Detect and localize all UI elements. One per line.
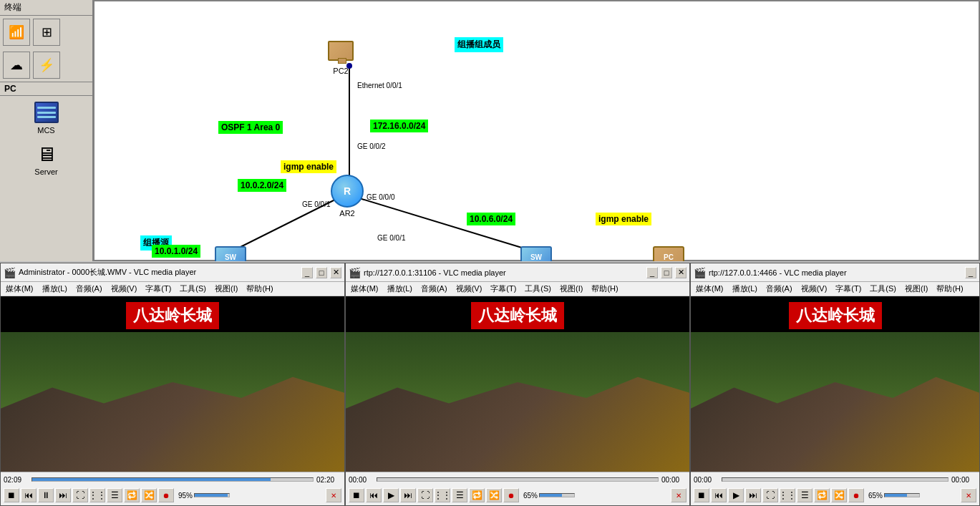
vlc2-next-btn[interactable]: ⏭	[400, 488, 416, 502]
server-device[interactable]: 🖥 Server	[0, 137, 92, 179]
vlc2-close-btn[interactable]: ✕	[675, 267, 687, 278]
vlc3-progress-bar[interactable]	[722, 477, 949, 482]
vlc1-minimize-btn[interactable]: _	[301, 267, 313, 278]
vlc1-menu-view[interactable]: 视图(I)	[213, 283, 240, 294]
vlc3-loop-btn[interactable]: 🔁	[814, 488, 830, 502]
vlc2-menu-sub[interactable]: 字幕(T)	[488, 283, 518, 294]
vlc1-close-btn[interactable]: ✕	[330, 267, 341, 278]
vlc3-stop-btn[interactable]: ⏹	[694, 488, 709, 502]
vlc1-close-ctrl-btn[interactable]: ✕	[326, 488, 341, 502]
vlc2-title-overlay: 八达岭长城	[471, 302, 564, 329]
far-right-node[interactable]: PC	[653, 246, 684, 261]
vlc1-menu-media[interactable]: 媒体(M)	[4, 283, 36, 294]
vlc3-next-btn[interactable]: ⏭	[745, 488, 761, 502]
vlc1-video: 八达岭长城	[1, 296, 344, 472]
vlc3-fullscreen-btn[interactable]: ⛶	[762, 488, 778, 502]
vlc2-rec-btn[interactable]: ⏺	[503, 488, 519, 502]
cloud-icon[interactable]: ☁	[3, 52, 30, 79]
port-ge001-r: GE 0/0/1	[377, 234, 405, 242]
vlc1-loop-btn[interactable]: 🔁	[124, 488, 140, 502]
left-panel: 终端 📶 ⊞ ☁ ⚡ PC MCS 🖥	[0, 0, 93, 261]
vlc2-menu-help[interactable]: 帮助(H)	[589, 283, 620, 294]
vlc3-menu-audio[interactable]: 音频(A)	[764, 283, 795, 294]
vlc1-progress-bar[interactable]	[31, 477, 314, 482]
vlc1-volume-bar[interactable]	[194, 493, 230, 497]
vlc1-rec-btn[interactable]: ⏺	[158, 488, 174, 502]
left-panel-title: 终端	[0, 0, 92, 16]
vlc2-prev-btn[interactable]: ⏮	[366, 488, 382, 502]
vlc3-prev-btn[interactable]: ⏮	[711, 488, 727, 502]
vlc2-playlist-btn[interactable]: ☰	[452, 488, 467, 502]
ar2-node[interactable]: R AR2	[331, 175, 364, 218]
vlc3-menu-sub[interactable]: 字幕(T)	[833, 283, 863, 294]
mcs-device[interactable]: MCS	[0, 96, 92, 137]
vlc3-menubar: 媒体(M) 播放(L) 音频(A) 视频(V) 字幕(T) 工具(S) 视图(I…	[691, 282, 979, 296]
vlc1-app-icon: 🎬	[4, 267, 16, 278]
vlc3-menu-media[interactable]: 媒体(M)	[694, 283, 726, 294]
switch-right-node[interactable]: SW	[520, 246, 552, 261]
vlc1-playlist-btn[interactable]: ☰	[107, 488, 122, 502]
vlc3-shuffle-btn[interactable]: 🔀	[831, 488, 847, 502]
vlc2-menu-tools[interactable]: 工具(S)	[523, 283, 553, 294]
vlc1-pause-btn[interactable]: ⏸	[38, 488, 54, 502]
vlc2-play-btn[interactable]: ▶	[383, 488, 399, 502]
vlc1-next-btn[interactable]: ⏭	[55, 488, 71, 502]
mcs-label: MCS	[37, 126, 54, 135]
vlc1-volume-fill	[195, 494, 228, 497]
vlc1-menu-help[interactable]: 帮助(H)	[244, 283, 275, 294]
vlc3-volume-bar[interactable]	[884, 493, 920, 497]
vlc2-menu-view[interactable]: 视图(I)	[558, 283, 585, 294]
vlc2-menu-media[interactable]: 媒体(M)	[349, 283, 381, 294]
vlc1-menu-tools[interactable]: 工具(S)	[178, 283, 208, 294]
vlc1-extended-btn[interactable]: ⋮⋮	[89, 488, 105, 502]
switch-left-icon: SW	[215, 246, 246, 261]
middle-icon-row: ☁ ⚡	[0, 49, 92, 82]
vlc2-menu-video[interactable]: 视频(V)	[454, 283, 485, 294]
vlc2-loop-btn[interactable]: 🔁	[469, 488, 485, 502]
vlc3-menu-help[interactable]: 帮助(H)	[934, 283, 965, 294]
switch-left-node[interactable]: SW	[215, 246, 246, 261]
vlc2-fullscreen-btn[interactable]: ⛶	[417, 488, 433, 502]
vlc1-controls: 02:09 02:20 ⏹ ⏮ ⏸ ⏭ ⛶ ⋮⋮ ☰ 🔁 🔀 ⏺ 95% ✕	[1, 472, 344, 505]
vlc1-stop-btn[interactable]: ⏹	[4, 488, 19, 502]
vlc1-title: Administrator - 0000长城.WMV - VLC media p…	[19, 267, 299, 278]
port-ge002: GE 0/0/2	[357, 142, 385, 150]
vlc3-menu-play[interactable]: 播放(L)	[730, 283, 760, 294]
vlc2-menu-play[interactable]: 播放(L)	[385, 283, 414, 294]
vlc2-stop-btn[interactable]: ⏹	[349, 488, 364, 502]
vlc3-playlist-btn[interactable]: ☰	[797, 488, 812, 502]
vlc1-menu-play[interactable]: 播放(L)	[40, 283, 69, 294]
vlc1-menu-sub[interactable]: 字幕(T)	[143, 283, 173, 294]
vlc3-menu-video[interactable]: 视频(V)	[799, 283, 830, 294]
wifi-icon[interactable]: 📶	[3, 19, 30, 46]
top-icon-row: 📶 ⊞	[0, 16, 92, 49]
grid-icon[interactable]: ⊞	[33, 19, 60, 46]
vlc1-menu-audio[interactable]: 音频(A)	[74, 283, 105, 294]
server-label: Server	[34, 167, 57, 176]
pc2-node[interactable]: PC2	[328, 41, 354, 75]
vlc2-close-ctrl-btn[interactable]: ✕	[671, 488, 687, 502]
vlc2-menu-audio[interactable]: 音频(A)	[419, 283, 450, 294]
vlc1-time-current: 02:09	[4, 476, 29, 484]
vlc2-vol-pct: 65%	[523, 492, 538, 500]
bolt-icon[interactable]: ⚡	[33, 52, 60, 79]
vlc2-extended-btn[interactable]: ⋮⋮	[435, 488, 450, 502]
vlc1-menu-video[interactable]: 视频(V)	[109, 283, 140, 294]
vlc3-menu-view[interactable]: 视图(I)	[903, 283, 930, 294]
vlc3-extended-btn[interactable]: ⋮⋮	[780, 488, 795, 502]
vlc1-shuffle-btn[interactable]: 🔀	[141, 488, 157, 502]
vlc3-time-total: 00:00	[951, 476, 976, 484]
vlc3-minimize-btn[interactable]: _	[965, 267, 976, 278]
vlc3-menu-tools[interactable]: 工具(S)	[868, 283, 898, 294]
vlc2-shuffle-btn[interactable]: 🔀	[486, 488, 502, 502]
vlc2-maximize-btn[interactable]: □	[661, 267, 672, 278]
vlc1-fullscreen-btn[interactable]: ⛶	[72, 488, 88, 502]
vlc3-play-btn[interactable]: ▶	[728, 488, 744, 502]
vlc3-rec-btn[interactable]: ⏺	[848, 488, 864, 502]
vlc3-close-ctrl-btn[interactable]: ✕	[961, 488, 976, 502]
vlc1-maximize-btn[interactable]: □	[316, 267, 327, 278]
vlc2-minimize-btn[interactable]: _	[646, 267, 658, 278]
vlc2-volume-bar[interactable]	[539, 493, 575, 497]
vlc1-prev-btn[interactable]: ⏮	[21, 488, 37, 502]
vlc2-progress-bar[interactable]	[377, 477, 659, 482]
